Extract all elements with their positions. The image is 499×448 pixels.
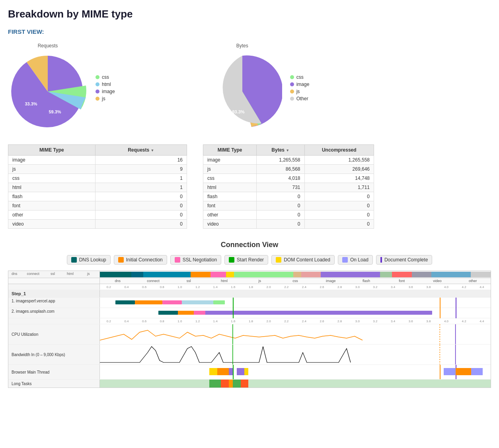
legend-initial-label: Initial Connection xyxy=(126,257,163,263)
table-row: video0 xyxy=(8,220,187,229)
requests-chart-title: Requests xyxy=(8,43,88,49)
category-labels-row: dns connect ssl html js css image flash … xyxy=(8,278,491,284)
table-row: flash00 xyxy=(203,192,374,201)
bandwidth-row: Bandwidth In (0 – 9,000 Kbps) xyxy=(8,345,491,365)
tick-row-top: 0.2 0.4 0.6 0.8 1.0 1.2 1.4 1.6 1.8 2.0 … xyxy=(8,284,491,290)
url-row-2: 2. images.unsplash.com xyxy=(8,308,491,318)
legend-start-render[interactable]: Start Render xyxy=(224,255,268,265)
bytes-pie-chart: 93.3% xyxy=(203,52,282,131)
table-row: font0 xyxy=(8,201,187,210)
table-row: css4,01814,748 xyxy=(203,174,374,183)
table-row: css1 xyxy=(8,174,187,183)
table-row: js9 xyxy=(8,165,187,174)
table-row: js86,568269,646 xyxy=(203,165,374,174)
requests-pie-chart: 33.3% 59.3% xyxy=(8,52,88,131)
bytes-chart-title: Bytes xyxy=(203,43,282,49)
connection-view-legend: DNS Lookup Initial Connection SSL Negoti… xyxy=(8,255,491,265)
browser-thread-row: Browser Main Thread xyxy=(8,365,491,380)
step-1-row: Step_1 xyxy=(8,290,491,298)
bytes-legend: css image js Other xyxy=(290,74,310,101)
legend-start-render-label: Start Render xyxy=(237,257,264,263)
url-row-1: 1. imagesperf.vercel.app xyxy=(8,298,491,308)
category-header-row: dnsconnectsslhtmljscss xyxy=(8,271,491,278)
requests-table: MIME Type Requests ▼ image16 js9 css1 ht… xyxy=(8,144,187,229)
table-row: image16 xyxy=(8,156,187,165)
long-tasks-row: Long Tasks xyxy=(8,380,491,388)
tables-row: MIME Type Requests ▼ image16 js9 css1 ht… xyxy=(8,144,491,229)
legend-initial-connection[interactable]: Initial Connection xyxy=(114,255,167,265)
requests-mime-header: MIME Type xyxy=(8,145,96,156)
requests-chart-container: Requests 33.3% 59.3% css html image js xyxy=(8,43,115,132)
legend-dom-content[interactable]: DOM Content Loaded xyxy=(271,255,335,265)
legend-dns-label: DNS Lookup xyxy=(79,257,106,263)
first-view-label: FIRST VIEW: xyxy=(8,28,491,35)
legend-doc-label: Document Complete xyxy=(384,257,428,263)
tick-row-bottom: 0.2 0.4 0.6 0.8 1.0 1.2 1.4 1.6 1.8 2.0 … xyxy=(8,318,491,324)
legend-dns-lookup[interactable]: DNS Lookup xyxy=(67,255,111,265)
bytes-chart-container: Bytes 93.3% css image js Other xyxy=(203,43,310,132)
table-row: video00 xyxy=(203,220,374,229)
table-row: font00 xyxy=(203,201,374,210)
waterfall-section: dnsconnectsslhtmljscss xyxy=(8,271,491,388)
connection-view-section: Connection View DNS Lookup Initial Conne… xyxy=(8,241,491,388)
table-row: html7311,711 xyxy=(203,183,374,192)
svg-text:33.3%: 33.3% xyxy=(25,101,37,106)
table-row: other00 xyxy=(203,210,374,220)
legend-dom-label: DOM Content Loaded xyxy=(284,257,330,263)
legend-on-load[interactable]: On Load xyxy=(338,255,373,265)
bytes-bytes-header: Bytes ▼ xyxy=(257,145,304,156)
cpu-row: CPU Utilization xyxy=(8,324,491,345)
requests-count-header: Requests ▼ xyxy=(95,145,187,156)
legend-ssl[interactable]: SSL Negotiation xyxy=(170,255,221,265)
legend-ssl-label: SSL Negotiation xyxy=(183,257,217,263)
table-row: other0 xyxy=(8,210,187,220)
bytes-mime-header: MIME Type xyxy=(203,145,257,156)
svg-text:59.3%: 59.3% xyxy=(49,109,61,114)
table-row: html1 xyxy=(8,183,187,192)
bytes-table: MIME Type Bytes ▼ Uncompressed image1,26… xyxy=(203,144,374,229)
page-title: Breakdown by MIME type xyxy=(8,8,491,20)
table-row: image1,265,5581,265,558 xyxy=(203,156,374,165)
svg-text:93.3%: 93.3% xyxy=(232,109,244,114)
cat-label-col: dnsconnectsslhtmljscss xyxy=(8,271,100,278)
connection-view-title: Connection View xyxy=(8,241,491,249)
requests-legend: css html image js xyxy=(96,74,115,101)
legend-doc-complete[interactable]: Document Complete xyxy=(376,255,432,265)
bytes-uncompressed-header: Uncompressed xyxy=(304,145,374,156)
bandwidth-chart xyxy=(100,345,491,364)
cpu-chart xyxy=(100,324,491,344)
table-row: flash0 xyxy=(8,192,187,201)
legend-onload-label: On Load xyxy=(350,257,368,263)
